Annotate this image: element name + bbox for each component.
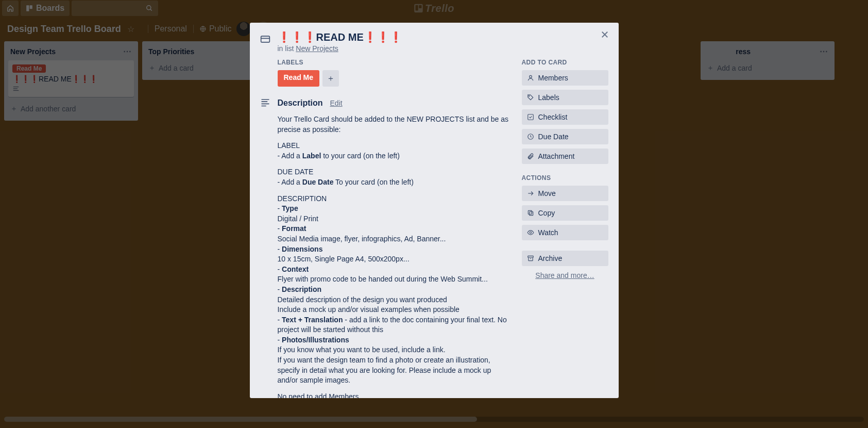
checklist-button[interactable]: Checklist	[522, 109, 608, 125]
add-label-button[interactable]: ＋	[322, 70, 339, 87]
edit-description-link[interactable]: Edit	[330, 99, 343, 107]
copy-icon	[527, 209, 534, 217]
labels-button[interactable]: Labels	[522, 90, 608, 105]
card-header: ❗️❗️❗️READ ME❗️❗️❗️ in list New Projects	[260, 31, 608, 53]
svg-point-20	[529, 75, 532, 78]
paperclip-icon	[527, 153, 534, 160]
move-button[interactable]: Move	[522, 186, 608, 201]
svg-rect-26	[528, 210, 532, 214]
card-title[interactable]: ❗️❗️❗️READ ME❗️❗️❗️	[278, 31, 402, 43]
due-date-button[interactable]: Due Date	[522, 129, 608, 144]
description-heading: Description	[278, 98, 323, 108]
svg-rect-22	[527, 114, 533, 120]
add-to-card-heading: ADD TO CARD	[522, 59, 608, 66]
label-read-me[interactable]: Read Me	[278, 70, 320, 87]
labels-heading: LABELS	[278, 59, 513, 66]
attachment-button[interactable]: Attachment	[522, 149, 608, 164]
copy-button[interactable]: Copy	[522, 205, 608, 221]
archive-icon	[527, 255, 534, 262]
members-button[interactable]: Members	[522, 70, 608, 86]
card-list-location: in list New Projects	[278, 44, 402, 53]
svg-point-21	[529, 95, 530, 96]
close-button[interactable]	[600, 30, 609, 42]
svg-rect-28	[527, 256, 533, 257]
card-modal: ❗️❗️❗️READ ME❗️❗️❗️ in list New Projects…	[250, 23, 619, 398]
watch-button[interactable]: Watch	[522, 225, 608, 240]
archive-button[interactable]: Archive	[522, 251, 608, 266]
svg-rect-14	[261, 36, 269, 42]
close-icon	[600, 30, 609, 39]
card-icon	[260, 34, 270, 53]
description-content[interactable]: Your Trello Card should be added to the …	[278, 114, 513, 398]
eye-icon	[527, 229, 534, 236]
card-main: LABELS Read Me ＋ Description Edit Your T…	[260, 59, 513, 398]
clock-icon	[527, 133, 534, 140]
description-icon	[260, 97, 270, 109]
user-icon	[527, 74, 534, 81]
card-sidebar: ADD TO CARD Members Labels Checklist Due…	[522, 59, 608, 398]
arrow-right-icon	[527, 190, 534, 197]
tag-icon	[527, 94, 534, 101]
share-more-link[interactable]: Share and more…	[522, 271, 608, 279]
actions-heading: ACTIONS	[522, 174, 608, 182]
svg-point-27	[530, 232, 532, 234]
svg-rect-25	[529, 212, 533, 216]
checklist-icon	[527, 113, 534, 121]
in-list-link[interactable]: New Projects	[296, 44, 338, 53]
